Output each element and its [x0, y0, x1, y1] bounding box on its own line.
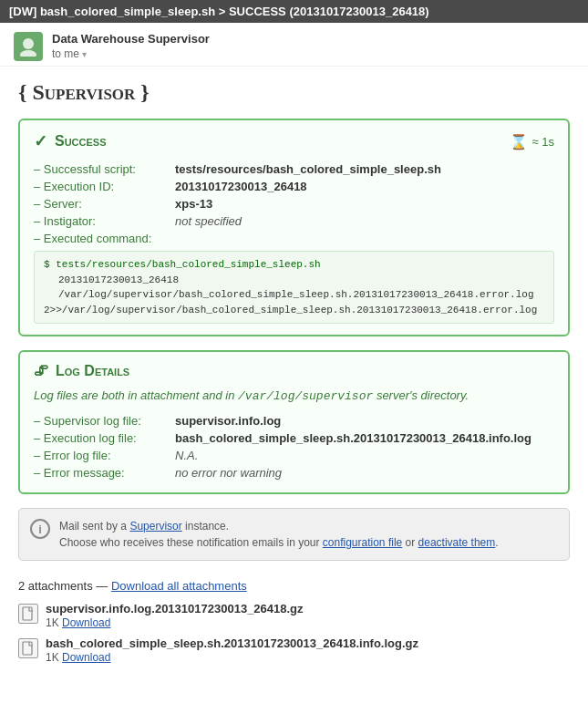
supervisor-link[interactable]: Supervisor — [129, 520, 181, 533]
to-dropdown-arrow[interactable]: ▾ — [82, 49, 87, 59]
log-path: /var/log/supervisor — [238, 389, 373, 403]
info-or-text: or — [406, 536, 416, 549]
download-link-1[interactable]: Download — [62, 616, 110, 629]
svg-rect-2 — [23, 607, 32, 620]
command-block: $ tests/resources/bash_colored_simple_sl… — [34, 251, 554, 324]
avatar — [14, 32, 43, 61]
table-row: – Error log file: N.A. — [34, 447, 554, 464]
attachment-item-1: supervisor.info.log.20131017230013_26418… — [18, 602, 570, 629]
command-text-4: 2>>/var/log/supervisor/bash_colored_simp… — [44, 305, 537, 315]
title-close-brace: } — [140, 80, 149, 104]
info-box-line1: Mail sent by a Supervisor instance. — [59, 518, 499, 534]
log-card-title: Log Details — [56, 363, 129, 379]
instigator-value: not specified — [175, 212, 554, 230]
success-label: Success — [55, 133, 107, 150]
timer-info: ⌛ ≈ 1s — [510, 133, 554, 150]
page-title: { Supervisor } — [18, 80, 570, 105]
table-row: – Successful script: tests/resources/bas… — [34, 160, 554, 178]
table-row: – Execution log file: bash_colored_simpl… — [34, 429, 554, 447]
attachment-meta-1: 1K Download — [46, 616, 304, 629]
email-meta: Data Warehouse Supervisor to me ▾ — [52, 32, 574, 60]
attachment-item-2: bash_colored_simple_sleep.sh.20131017230… — [18, 636, 570, 664]
command-line-2: 20131017230013_26418 — [44, 273, 544, 288]
error-log-value: N.A. — [175, 447, 554, 464]
executed-command-label: – Executed command: — [34, 230, 175, 247]
attachment-name-2: bash_colored_simple_sleep.sh.20131017230… — [46, 636, 418, 650]
attachments-section: 2 attachments — Download all attachments… — [18, 574, 570, 676]
attachment-size-1: 1K — [46, 616, 59, 629]
execution-log-label: – Execution log file: — [34, 429, 175, 447]
error-message-value: no error nor warning — [175, 464, 554, 481]
supervisor-log-value: supervisor.info.log — [175, 412, 554, 429]
executed-command-value — [175, 230, 554, 247]
deactivate-link[interactable]: deactivate them — [418, 536, 496, 549]
info-period: . — [495, 536, 498, 549]
title-bar-text: [DW] bash_colored_simple_sleep.sh > SUCC… — [9, 5, 429, 18]
info-icon: i — [30, 519, 50, 539]
success-info-table: – Successful script: tests/resources/bas… — [34, 160, 554, 247]
timer-icon: ⌛ — [510, 133, 528, 150]
paperclip-icon: 🖇 — [34, 363, 48, 379]
info-line1-suffix: instance. — [182, 520, 229, 533]
log-info-text: Log files are both in attachment and in … — [34, 388, 554, 403]
to-line: to me ▾ — [52, 47, 574, 60]
table-row: – Supervisor log file: supervisor.info.l… — [34, 412, 554, 429]
success-title: ✓ Success — [34, 131, 107, 151]
download-all-link[interactable]: Download all attachments — [111, 579, 247, 593]
svg-rect-3 — [23, 642, 32, 655]
command-line-3: /var/log/supervisor/bash_colored_simple_… — [44, 287, 544, 303]
info-box-line2: Choose who receives these notification e… — [59, 534, 499, 551]
success-card: ✓ Success ⌛ ≈ 1s – Successful script: te… — [18, 119, 570, 336]
execution-id-value: 20131017230013_26418 — [175, 178, 554, 195]
info-line2-text: Choose who receives these notification e… — [59, 536, 319, 549]
successful-script-value: tests/resources/bash_colored_simple_slee… — [175, 160, 554, 178]
info-box-text: Mail sent by a Supervisor instance. Choo… — [59, 518, 499, 551]
timer-text: ≈ 1s — [532, 135, 554, 149]
instigator-label: – Instigator: — [34, 212, 175, 230]
info-line1-prefix: Mail sent by a — [59, 520, 129, 533]
server-value: xps-13 — [175, 195, 554, 212]
attachments-header: 2 attachments — Download all attachments — [18, 579, 570, 593]
table-row: – Executed command: — [34, 230, 554, 247]
error-message-label: – Error message: — [34, 464, 175, 481]
email-body: { Supervisor } ✓ Success ⌛ ≈ 1s – Succes… — [0, 67, 588, 689]
email-header: Data Warehouse Supervisor to me ▾ — [0, 23, 588, 67]
attachment-size-2: 1K — [46, 651, 59, 664]
command-line-1: $ tests/resources/bash_colored_simple_sl… — [44, 257, 544, 273]
log-details-card: 🖇 Log Details Log files are both in atta… — [18, 350, 570, 494]
server-label: – Server: — [34, 195, 175, 212]
title-bar: [DW] bash_colored_simple_sleep.sh > SUCC… — [0, 0, 588, 23]
download-link-2[interactable]: Download — [62, 651, 110, 664]
attachment-details-2: bash_colored_simple_sleep.sh.20131017230… — [46, 636, 418, 664]
command-line-4: 2>>/var/log/supervisor/bash_colored_simp… — [44, 303, 544, 318]
command-text-1: $ tests/resources/bash_colored_simple_sl… — [44, 259, 321, 270]
table-row: – Server: xps-13 — [34, 195, 554, 212]
title-label: Supervisor — [32, 80, 135, 104]
title-open-brace: { — [18, 80, 26, 104]
log-info-prefix: Log files are both in attachment and in — [34, 388, 238, 402]
check-icon: ✓ — [34, 131, 47, 151]
to-label: to me — [52, 47, 79, 60]
command-text-2: 20131017230013_26418 — [44, 274, 179, 285]
command-text-3: /var/log/supervisor/bash_colored_simple_… — [44, 289, 534, 300]
table-row: – Error message: no error nor warning — [34, 464, 554, 481]
svg-point-0 — [23, 38, 34, 49]
execution-id-label: – Execution ID: — [34, 178, 175, 195]
config-file-link[interactable]: configuration file — [323, 536, 402, 549]
attachment-file-icon-1 — [18, 604, 38, 624]
attachment-details-1: supervisor.info.log.20131017230013_26418… — [46, 602, 304, 629]
svg-point-1 — [20, 50, 36, 57]
execution-log-value: bash_colored_simple_sleep.sh.20131017230… — [175, 429, 554, 447]
sender-name: Data Warehouse Supervisor — [52, 32, 574, 46]
attachments-count: 2 attachments — — [18, 579, 108, 593]
successful-script-label: – Successful script: — [34, 160, 175, 178]
log-info-suffix: server's directory. — [373, 388, 469, 402]
log-card-header: 🖇 Log Details — [34, 363, 554, 379]
success-card-header: ✓ Success ⌛ ≈ 1s — [34, 131, 554, 151]
table-row: – Instigator: not specified — [34, 212, 554, 230]
error-log-label: – Error log file: — [34, 447, 175, 464]
attachment-file-icon-2 — [18, 638, 38, 658]
supervisor-log-label: – Supervisor log file: — [34, 412, 175, 429]
attachment-meta-2: 1K Download — [46, 651, 418, 664]
table-row: – Execution ID: 20131017230013_26418 — [34, 178, 554, 195]
